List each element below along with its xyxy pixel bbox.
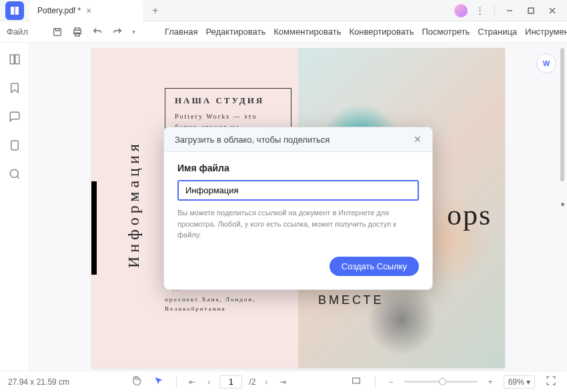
page-dimensions: 27.94 x 21.59 cm <box>8 377 69 387</box>
comment-icon[interactable] <box>9 111 21 125</box>
zoom-in-icon[interactable]: + <box>486 377 496 387</box>
svg-line-14 <box>17 176 19 178</box>
create-link-button[interactable]: Создать Ссылку <box>330 257 419 276</box>
svg-rect-3 <box>528 8 534 13</box>
close-icon[interactable]: × <box>86 5 91 16</box>
zoom-percentage[interactable]: 69% ▾ <box>504 375 535 389</box>
attachment-icon[interactable] <box>9 139 21 153</box>
filename-label: Имя файла <box>177 163 419 173</box>
svg-rect-0 <box>11 7 14 15</box>
svg-rect-1 <box>15 7 19 15</box>
svg-rect-15 <box>352 378 360 383</box>
next-page-icon[interactable]: › <box>262 377 270 387</box>
file-menu[interactable]: Файл <box>7 27 28 37</box>
statusbar: 27.94 x 21.59 cm ⇤ ‹ /2 › ⇥ − + 69% ▾ <box>0 371 567 392</box>
svg-point-13 <box>10 169 18 177</box>
zoom-slider[interactable] <box>404 381 478 383</box>
search-icon[interactable] <box>9 168 21 182</box>
document-tab[interactable]: Pottery.pdf * × <box>29 0 143 21</box>
save-icon[interactable] <box>52 27 63 37</box>
more-icon[interactable]: ⋮ <box>470 1 489 20</box>
menu-comment[interactable]: Комментировать <box>273 27 341 37</box>
sidebar <box>0 43 29 371</box>
menu-edit[interactable]: Редактировать <box>205 27 265 37</box>
svg-rect-6 <box>54 28 61 35</box>
modal-close-icon[interactable]: ✕ <box>414 134 422 145</box>
svg-rect-12 <box>11 141 18 150</box>
modal-backdrop: Загрузить в облако, чтобы поделиться ✕ И… <box>29 43 567 371</box>
svg-rect-11 <box>15 55 19 64</box>
titlebar: Pottery.pdf * × + ⋮ <box>0 0 567 21</box>
modal-header: Загрузить в облако, чтобы поделиться ✕ <box>164 127 432 152</box>
menu-tools[interactable]: Инструменты <box>525 27 567 37</box>
svg-rect-10 <box>10 55 14 64</box>
app-logo[interactable] <box>5 1 24 20</box>
thumbnails-icon[interactable] <box>9 53 21 67</box>
bookmark-icon[interactable] <box>9 82 21 96</box>
maximize-icon[interactable] <box>522 1 540 20</box>
select-tool-icon[interactable] <box>151 375 167 388</box>
document-canvas[interactable]: Информация НАША СТУДИЯ Pottery Works — э… <box>29 43 567 371</box>
modal-help-text: Вы можете поделиться ссылкой на документ… <box>177 207 419 241</box>
fullscreen-icon[interactable] <box>543 375 559 388</box>
hand-tool-icon[interactable] <box>128 375 144 388</box>
minimize-icon[interactable] <box>500 1 519 20</box>
avatar[interactable] <box>454 4 468 17</box>
filename-input[interactable] <box>177 180 419 201</box>
menu-page[interactable]: Страница <box>478 27 517 37</box>
close-window-icon[interactable] <box>543 1 562 20</box>
page-number-input[interactable] <box>219 375 242 389</box>
print-icon[interactable] <box>72 27 83 37</box>
undo-icon[interactable] <box>92 27 103 37</box>
fit-width-icon[interactable] <box>348 375 364 388</box>
menu-home[interactable]: Главная <box>165 27 197 37</box>
menu-view[interactable]: Посмотреть <box>422 27 470 37</box>
zoom-out-icon[interactable]: − <box>386 377 396 387</box>
page-total: /2 <box>249 377 255 387</box>
share-modal: Загрузить в облако, чтобы поделиться ✕ И… <box>163 127 433 290</box>
modal-title: Загрузить в облако, чтобы поделиться <box>175 135 330 145</box>
main-area: Информация НАША СТУДИЯ Pottery Works — э… <box>0 43 567 371</box>
main-menu: Главная Редактировать Комментировать Кон… <box>165 27 567 37</box>
menu-convert[interactable]: Конвертировать <box>349 27 414 37</box>
toolbar: Файл ▾ Главная Редактировать Комментиров… <box>0 21 567 43</box>
tab-title: Pottery.pdf * <box>37 6 81 15</box>
new-tab-button[interactable]: + <box>148 5 162 17</box>
last-page-icon[interactable]: ⇥ <box>277 377 289 387</box>
prev-page-icon[interactable]: ‹ <box>205 377 213 387</box>
first-page-icon[interactable]: ⇤ <box>186 377 198 387</box>
redo-icon[interactable] <box>112 27 123 37</box>
dropdown-icon[interactable]: ▾ <box>132 28 135 35</box>
